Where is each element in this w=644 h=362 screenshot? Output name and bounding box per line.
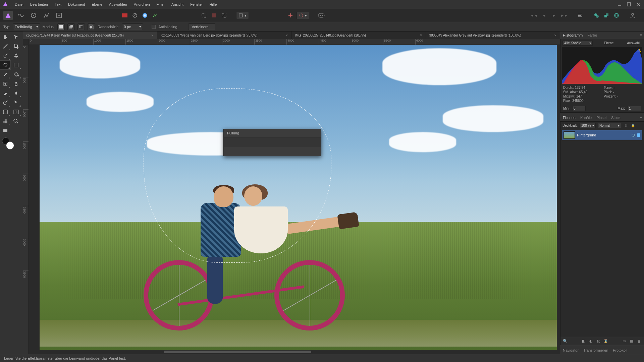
maximize-icon[interactable] (626, 1, 632, 7)
align-icon[interactable] (576, 11, 584, 19)
sel-none-icon[interactable] (220, 11, 228, 19)
min-input[interactable] (572, 106, 586, 111)
tab-ebenen[interactable]: Ebenen (563, 116, 576, 120)
tab-close-icon[interactable]: × (151, 33, 153, 37)
selection-brush-tool[interactable] (0, 51, 11, 60)
assistant-icon[interactable] (317, 11, 325, 19)
fx-layer-icon[interactable]: fx (596, 339, 601, 344)
doc-tab-1[interactable]: fox-1540833 Yvette van den Berg pixabay.… (157, 32, 292, 39)
dodge-tool[interactable] (0, 98, 11, 107)
type-dropdown[interactable]: Freihändig▾ (13, 23, 40, 30)
color-swatches[interactable] (0, 135, 23, 152)
arrange-backward-icon[interactable]: ◄ (540, 11, 548, 19)
horizontal-scrollbar[interactable] (164, 351, 311, 353)
max-input[interactable] (628, 106, 641, 111)
layer-lock-icon[interactable]: 🔒 (631, 124, 635, 127)
persona-tone[interactable] (42, 11, 51, 20)
menu-text[interactable]: Text (51, 0, 65, 9)
hist-source-ebene[interactable]: Ebene (602, 41, 616, 46)
link-doc-icon[interactable] (592, 11, 600, 19)
tab-stock[interactable]: Stock (611, 116, 621, 120)
text-tool[interactable]: T (11, 107, 21, 117)
menu-auswaehlen[interactable]: Auswählen (106, 0, 130, 9)
marquee-tool[interactable] (11, 60, 21, 70)
view-tool[interactable] (0, 126, 11, 135)
doc-tab-0[interactable]: couple-1718244 Karen Warfel auf Pixabay.… (23, 32, 157, 39)
panel-menu-icon[interactable]: ≡ (640, 115, 642, 119)
canvas[interactable]: Füllung (40, 45, 557, 350)
layer-row-hintergrund[interactable]: Hintergrund ⬡ (562, 130, 642, 140)
tab-navigator[interactable]: Navigator (563, 348, 579, 352)
fill-tool[interactable] (11, 70, 21, 79)
snap-options-dropdown[interactable]: ▾ (297, 12, 309, 19)
menu-anordnen[interactable]: Anordnen (130, 0, 153, 9)
layer-link-icon[interactable]: ⬡ (631, 133, 635, 137)
mode-new-icon[interactable] (57, 23, 65, 30)
sel-rect-icon[interactable] (200, 11, 208, 19)
panel-menu-icon[interactable]: ≡ (640, 33, 642, 37)
globe-icon[interactable] (612, 11, 621, 19)
menu-filter[interactable]: Filter (153, 0, 168, 9)
menu-ansicht[interactable]: Ansicht (168, 0, 187, 9)
arrange-back-icon[interactable]: ◄◄ (530, 11, 538, 19)
menu-fenster[interactable]: Fenster (187, 0, 206, 9)
tab-kanaele[interactable]: Kanäle (580, 116, 592, 120)
move-tool[interactable] (11, 32, 21, 42)
erase-tool[interactable] (0, 88, 11, 98)
hist-source-auswahl[interactable]: Auswahl (625, 41, 642, 46)
arrange-forward-icon[interactable]: ► (550, 11, 558, 19)
tab-histogramm[interactable]: Histogramm (563, 33, 583, 37)
blur-tool[interactable] (11, 88, 21, 98)
add-pixel-layer-icon[interactable]: ▦ (629, 339, 634, 344)
crop-tool[interactable] (11, 42, 21, 51)
fill-dialog[interactable]: Füllung (223, 129, 321, 156)
mask-layer-icon[interactable]: ◧ (581, 339, 586, 344)
canvas-viewport[interactable]: 0500100015002000250030003500400045005000… (23, 39, 560, 354)
paint-brush-tool[interactable] (0, 70, 11, 79)
zoom-tool[interactable] (11, 117, 21, 126)
tab-transformieren[interactable]: Transformieren (583, 348, 608, 352)
antialias-checkbox[interactable] (152, 25, 156, 29)
mode-add-icon[interactable] (67, 23, 75, 30)
clone-tool[interactable] (11, 79, 21, 88)
layer-visibility-checkbox[interactable] (637, 133, 641, 137)
freehand-selection-tool[interactable] (0, 60, 11, 70)
minimize-icon[interactable] (616, 1, 623, 7)
menu-datei[interactable]: Datei (11, 0, 27, 9)
tab-close-icon[interactable]: × (286, 33, 288, 37)
link-layer-icon[interactable] (602, 11, 610, 19)
account-icon[interactable] (629, 11, 637, 19)
arrange-front-icon[interactable]: ►► (560, 11, 568, 19)
refine-button[interactable]: Verfeinern... (188, 23, 215, 30)
feather-input[interactable]: 0 px▾ (122, 23, 143, 30)
menu-dokument[interactable]: Dokument (65, 0, 88, 9)
color-wheel-icon[interactable] (141, 11, 149, 19)
menu-ebene[interactable]: Ebene (88, 0, 106, 9)
close-icon[interactable] (635, 1, 641, 7)
auto-levels-icon[interactable] (151, 11, 159, 19)
opacity-input[interactable]: 100 %▾ (580, 123, 596, 128)
sel-overlay-icon[interactable] (210, 11, 218, 19)
layer-search-icon[interactable]: 🔍 (562, 339, 568, 344)
pen-tool[interactable] (11, 98, 21, 107)
tab-close-icon[interactable]: × (554, 33, 556, 37)
menu-hilfe[interactable]: Hilfe (206, 0, 220, 9)
swatch-red-icon[interactable] (121, 11, 129, 19)
snap-toggle-icon[interactable] (286, 11, 294, 19)
persona-export[interactable] (54, 11, 64, 20)
tab-protokoll[interactable]: Protokoll (613, 348, 627, 352)
group-layer-icon[interactable]: ▭ (622, 339, 627, 344)
layer-fx-icon[interactable]: ⚙ (625, 124, 628, 127)
flood-select-tool[interactable] (11, 51, 21, 60)
tab-close-icon[interactable]: × (420, 33, 422, 37)
mode-subtract-icon[interactable] (77, 23, 85, 30)
hist-channel-dropdown[interactable]: Alle Kanäle▾ (562, 41, 593, 46)
tab-farbe[interactable]: Farbe (587, 33, 597, 37)
menu-bearbeiten[interactable]: Bearbeiten (27, 0, 51, 9)
blend-mode-dropdown[interactable]: Normal▾ (598, 123, 621, 128)
delete-layer-icon[interactable]: 🗑 (636, 339, 642, 344)
doc-tab-3[interactable]: 3805349 Alexander Grey auf Pixabay.jpg [… (426, 32, 560, 39)
persona-liquify[interactable] (16, 11, 25, 20)
adjust-layer-icon[interactable]: ◐ (588, 339, 594, 344)
persona-photo[interactable] (3, 11, 13, 20)
